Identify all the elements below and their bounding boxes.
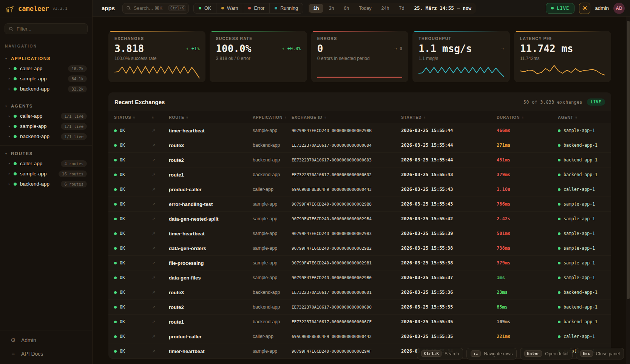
status-filter-label: OK: [204, 6, 211, 11]
ok-dot: [114, 247, 117, 250]
nav-section-header[interactable]: ▾ ROUTES: [0, 148, 92, 158]
avatar[interactable]: AD: [613, 3, 625, 14]
range-1h[interactable]: 1h: [309, 4, 324, 13]
sidebar-item-backend-app[interactable]: ▸ backend-app 32.2k: [0, 84, 92, 94]
sidebar-item-sample-app[interactable]: ▸ sample-app 16 routes: [0, 169, 92, 179]
filter-placeholder: Filter...: [17, 26, 31, 32]
open-exchange-icon[interactable]: ↗: [152, 261, 169, 266]
range-today[interactable]: Today: [354, 4, 376, 13]
sidebar-item-backend-app[interactable]: ▸ backend-app 1/1 live: [0, 131, 92, 141]
exchange-id-cell: 90799F47E6CD24D-00000000000029B8: [292, 202, 401, 207]
open-exchange-icon[interactable]: ↗: [152, 128, 169, 133]
nav-section-label: NAVIGATION: [5, 44, 92, 48]
started-cell: 2026-03-25 15:55:38: [401, 260, 497, 266]
sidebar-item-label: sample-app: [20, 76, 47, 81]
exchange-row[interactable]: OK ↗ timer-heartbeat sample-app 90799F47…: [108, 123, 611, 138]
open-exchange-icon[interactable]: ↗: [152, 231, 169, 236]
open-exchange-icon[interactable]: ↗: [152, 202, 169, 207]
range-7d[interactable]: 7d: [394, 4, 409, 13]
exchange-row[interactable]: OK ↗ product-caller caller-app 69AC90BF8…: [108, 329, 611, 344]
exchange-id-cell: EE7322370A10617-00000000000006D3: [292, 158, 401, 163]
column-header-status[interactable]: STATUS⇅: [114, 115, 152, 120]
sidebar-item-caller-app[interactable]: ▸ caller-app 1/1 live: [0, 111, 92, 121]
live-toggle-button[interactable]: LIVE: [546, 3, 574, 14]
open-exchange-icon[interactable]: ↗: [152, 172, 169, 177]
open-exchange-icon[interactable]: ↗: [152, 290, 169, 295]
exchange-id-cell: EE7322370A10617-00000000000006CF: [292, 319, 401, 324]
open-exchange-icon[interactable]: ↗: [152, 143, 169, 148]
exchange-row[interactable]: OK ↗ route2 backend-app EE7322370A10617-…: [108, 300, 611, 315]
column-header-application[interactable]: APPLICATION⇅: [253, 115, 292, 120]
duration-cell: 1.10s: [497, 187, 558, 192]
range-6h[interactable]: 6h: [339, 4, 354, 13]
exchange-row[interactable]: OK ↗ error-handling-test sample-app 9079…: [108, 197, 611, 212]
filter-ok[interactable]: OK: [194, 3, 216, 13]
open-exchange-icon[interactable]: ↗: [152, 349, 169, 354]
column-header-agent[interactable]: AGENT⇅: [558, 115, 611, 120]
open-exchange-icon[interactable]: ↗: [152, 158, 169, 163]
filter-input[interactable]: Filter...: [5, 23, 88, 34]
exchange-row[interactable]: OK ↗ route3 backend-app EE7322370A10617-…: [108, 138, 611, 153]
exchange-row[interactable]: OK ↗ data-gen-files sample-app 90799F47E…: [108, 270, 611, 285]
started-cell: 2026-03-25 15:55:38: [401, 246, 497, 251]
open-exchange-icon[interactable]: ↗: [152, 275, 169, 280]
status-cell: OK: [114, 216, 152, 221]
sidebar-item-admin[interactable]: ⚙ Admin: [0, 333, 92, 347]
stat-label: THROUGHPUT: [418, 36, 503, 41]
column-header-duration[interactable]: DURATION⇅: [497, 115, 558, 120]
exchange-row[interactable]: OK ↗ product-caller caller-app 69AC90BF8…: [108, 182, 611, 197]
ok-dot: [114, 188, 117, 191]
search-input[interactable]: Search… ⌘K Ctrl+K: [122, 3, 189, 14]
agent-cell: sample-app-1: [558, 275, 611, 280]
status-cell: OK: [114, 260, 152, 266]
range-3h[interactable]: 3h: [324, 4, 338, 13]
column-header-route[interactable]: ROUTE⇅: [169, 115, 253, 120]
range-24h[interactable]: 24h: [377, 4, 394, 13]
sidebar-item-sample-app[interactable]: ▸ sample-app 84.1k: [0, 74, 92, 84]
topbar: apps Search… ⌘K Ctrl+K OK Warn Error Run…: [93, 0, 630, 17]
shortcut-close-panel: Esc Close panel: [576, 348, 624, 359]
open-exchange-icon[interactable]: ↗: [152, 246, 169, 251]
sidebar-item-api-docs[interactable]: ≡ API Docs: [0, 347, 92, 360]
filter-warn[interactable]: Warn: [216, 3, 243, 13]
sidebar-item-caller-app[interactable]: ▸ caller-app 4 routes: [0, 158, 92, 169]
column-header-link[interactable]: ⇅: [152, 115, 169, 119]
open-exchange-icon[interactable]: ↗: [152, 334, 169, 339]
filter-error[interactable]: Error: [243, 3, 269, 13]
agent-dot: [558, 232, 561, 235]
sidebar-item-caller-app[interactable]: ▸ caller-app 10.7k: [0, 63, 92, 74]
camel-logo-icon: [5, 4, 15, 13]
sidebar-item-sample-app[interactable]: ▸ sample-app 1/1 live: [0, 121, 92, 131]
exchange-row[interactable]: OK ↗ data-gen-nested-split sample-app 90…: [108, 212, 611, 226]
ok-dot: [114, 291, 117, 294]
exchange-row[interactable]: OK ↗ route1 backend-app EE7322370A10617-…: [108, 315, 611, 329]
theme-toggle-button[interactable]: [579, 3, 590, 14]
status-dot: [14, 88, 17, 91]
ok-dot: [114, 262, 117, 264]
scrollbar-thumb[interactable]: [627, 21, 630, 299]
status-text: OK: [120, 231, 125, 236]
nav-section-header[interactable]: ▾ APPLICATIONS: [0, 53, 92, 63]
open-exchange-icon[interactable]: ↗: [152, 217, 169, 221]
exchange-row[interactable]: OK ↗ route2 backend-app EE7322370A10617-…: [108, 153, 611, 167]
exchange-row[interactable]: OK ↗ route1 backend-app EE7322370A10617-…: [108, 167, 611, 182]
route-cell: timer-heartbeat: [169, 128, 253, 134]
column-header-exchange-id[interactable]: EXCHANGE ID⇅: [292, 115, 401, 120]
open-exchange-icon[interactable]: ↗: [152, 319, 169, 324]
column-header-started[interactable]: STARTED⇅: [401, 115, 497, 120]
filter-running[interactable]: Running: [269, 3, 303, 13]
exchange-row[interactable]: OK ↗ route3 backend-app EE7322370A10617-…: [108, 285, 611, 300]
open-exchange-icon[interactable]: ↗: [152, 305, 169, 310]
agent-text: sample-app-1: [564, 216, 595, 221]
status-dot: [14, 135, 17, 138]
sidebar-item-backend-app[interactable]: ▸ backend-app 6 routes: [0, 179, 92, 189]
stat-subtext: 100.0% success rate: [114, 56, 199, 61]
route-cell: route1: [169, 319, 253, 325]
exchange-row[interactable]: OK ↗ file-processing sample-app 90799F47…: [108, 256, 611, 270]
status-cell: OK: [114, 172, 152, 177]
exchange-row[interactable]: OK ↗ timer-heartbeat sample-app 90799F47…: [108, 226, 611, 241]
ok-dot: [114, 174, 117, 176]
open-exchange-icon[interactable]: ↗: [152, 187, 169, 192]
nav-section-header[interactable]: ▾ AGENTS: [0, 100, 92, 111]
exchange-row[interactable]: OK ↗ data-gen-orders sample-app 90799F47…: [108, 241, 611, 256]
